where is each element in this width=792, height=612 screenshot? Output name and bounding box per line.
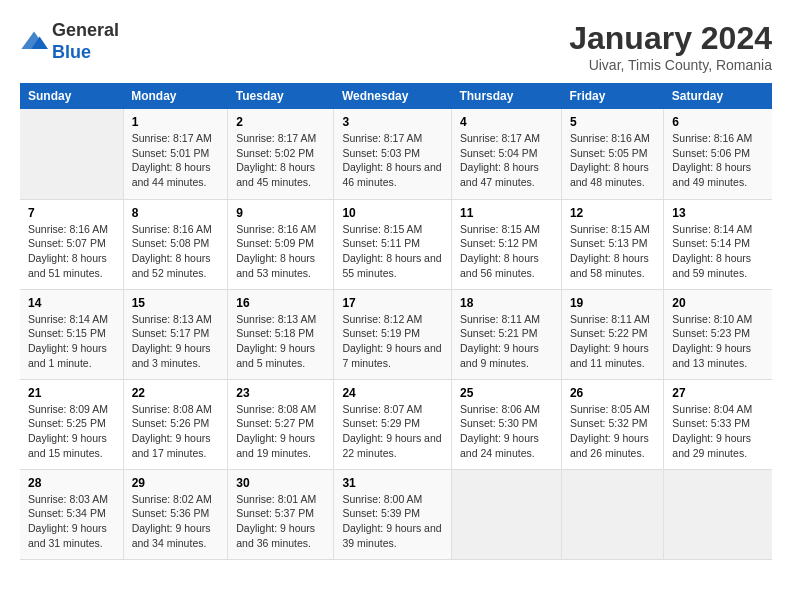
day-info: Sunrise: 8:13 AMSunset: 5:18 PMDaylight:… — [236, 312, 325, 371]
weekday-header: Wednesday — [334, 83, 452, 109]
day-number: 10 — [342, 206, 443, 220]
day-info: Sunrise: 8:00 AMSunset: 5:39 PMDaylight:… — [342, 492, 443, 551]
page-header: General Blue January 2024 Uivar, Timis C… — [20, 20, 772, 73]
day-info: Sunrise: 8:11 AMSunset: 5:22 PMDaylight:… — [570, 312, 655, 371]
calendar-cell: 3Sunrise: 8:17 AMSunset: 5:03 PMDaylight… — [334, 109, 452, 199]
page-subtitle: Uivar, Timis County, Romania — [569, 57, 772, 73]
calendar-cell: 12Sunrise: 8:15 AMSunset: 5:13 PMDayligh… — [561, 199, 663, 289]
logo-blue-text: Blue — [52, 42, 91, 62]
day-info: Sunrise: 8:16 AMSunset: 5:05 PMDaylight:… — [570, 131, 655, 190]
day-info: Sunrise: 8:17 AMSunset: 5:01 PMDaylight:… — [132, 131, 220, 190]
day-info: Sunrise: 8:05 AMSunset: 5:32 PMDaylight:… — [570, 402, 655, 461]
calendar-cell: 7Sunrise: 8:16 AMSunset: 5:07 PMDaylight… — [20, 199, 123, 289]
calendar-cell: 25Sunrise: 8:06 AMSunset: 5:30 PMDayligh… — [451, 379, 561, 469]
calendar-cell: 18Sunrise: 8:11 AMSunset: 5:21 PMDayligh… — [451, 289, 561, 379]
logo: General Blue — [20, 20, 119, 63]
weekday-header: Thursday — [451, 83, 561, 109]
day-info: Sunrise: 8:11 AMSunset: 5:21 PMDaylight:… — [460, 312, 553, 371]
day-number: 28 — [28, 476, 115, 490]
calendar-cell — [451, 469, 561, 559]
calendar-table: SundayMondayTuesdayWednesdayThursdayFrid… — [20, 83, 772, 560]
calendar-cell: 4Sunrise: 8:17 AMSunset: 5:04 PMDaylight… — [451, 109, 561, 199]
calendar-week-row: 7Sunrise: 8:16 AMSunset: 5:07 PMDaylight… — [20, 199, 772, 289]
calendar-cell: 23Sunrise: 8:08 AMSunset: 5:27 PMDayligh… — [228, 379, 334, 469]
calendar-cell: 27Sunrise: 8:04 AMSunset: 5:33 PMDayligh… — [664, 379, 772, 469]
calendar-cell: 30Sunrise: 8:01 AMSunset: 5:37 PMDayligh… — [228, 469, 334, 559]
day-number: 4 — [460, 115, 553, 129]
logo-general-text: General — [52, 20, 119, 40]
calendar-cell: 6Sunrise: 8:16 AMSunset: 5:06 PMDaylight… — [664, 109, 772, 199]
title-area: January 2024 Uivar, Timis County, Romani… — [569, 20, 772, 73]
day-number: 1 — [132, 115, 220, 129]
day-number: 27 — [672, 386, 764, 400]
day-number: 15 — [132, 296, 220, 310]
logo-icon — [20, 28, 48, 56]
day-number: 24 — [342, 386, 443, 400]
calendar-cell: 22Sunrise: 8:08 AMSunset: 5:26 PMDayligh… — [123, 379, 228, 469]
day-number: 11 — [460, 206, 553, 220]
day-info: Sunrise: 8:03 AMSunset: 5:34 PMDaylight:… — [28, 492, 115, 551]
calendar-cell: 15Sunrise: 8:13 AMSunset: 5:17 PMDayligh… — [123, 289, 228, 379]
day-number: 19 — [570, 296, 655, 310]
calendar-cell — [664, 469, 772, 559]
day-info: Sunrise: 8:17 AMSunset: 5:04 PMDaylight:… — [460, 131, 553, 190]
day-info: Sunrise: 8:07 AMSunset: 5:29 PMDaylight:… — [342, 402, 443, 461]
day-info: Sunrise: 8:15 AMSunset: 5:12 PMDaylight:… — [460, 222, 553, 281]
calendar-week-row: 14Sunrise: 8:14 AMSunset: 5:15 PMDayligh… — [20, 289, 772, 379]
day-info: Sunrise: 8:15 AMSunset: 5:13 PMDaylight:… — [570, 222, 655, 281]
day-number: 3 — [342, 115, 443, 129]
day-info: Sunrise: 8:16 AMSunset: 5:09 PMDaylight:… — [236, 222, 325, 281]
day-number: 26 — [570, 386, 655, 400]
day-number: 6 — [672, 115, 764, 129]
calendar-week-row: 28Sunrise: 8:03 AMSunset: 5:34 PMDayligh… — [20, 469, 772, 559]
day-number: 8 — [132, 206, 220, 220]
calendar-cell: 28Sunrise: 8:03 AMSunset: 5:34 PMDayligh… — [20, 469, 123, 559]
calendar-week-row: 21Sunrise: 8:09 AMSunset: 5:25 PMDayligh… — [20, 379, 772, 469]
day-info: Sunrise: 8:16 AMSunset: 5:08 PMDaylight:… — [132, 222, 220, 281]
calendar-cell: 16Sunrise: 8:13 AMSunset: 5:18 PMDayligh… — [228, 289, 334, 379]
calendar-cell: 26Sunrise: 8:05 AMSunset: 5:32 PMDayligh… — [561, 379, 663, 469]
day-number: 29 — [132, 476, 220, 490]
weekday-header: Tuesday — [228, 83, 334, 109]
day-number: 12 — [570, 206, 655, 220]
day-number: 30 — [236, 476, 325, 490]
day-number: 5 — [570, 115, 655, 129]
calendar-cell: 24Sunrise: 8:07 AMSunset: 5:29 PMDayligh… — [334, 379, 452, 469]
calendar-cell: 14Sunrise: 8:14 AMSunset: 5:15 PMDayligh… — [20, 289, 123, 379]
day-info: Sunrise: 8:01 AMSunset: 5:37 PMDaylight:… — [236, 492, 325, 551]
day-number: 17 — [342, 296, 443, 310]
weekday-header: Monday — [123, 83, 228, 109]
calendar-cell: 17Sunrise: 8:12 AMSunset: 5:19 PMDayligh… — [334, 289, 452, 379]
calendar-cell: 11Sunrise: 8:15 AMSunset: 5:12 PMDayligh… — [451, 199, 561, 289]
calendar-cell: 21Sunrise: 8:09 AMSunset: 5:25 PMDayligh… — [20, 379, 123, 469]
day-info: Sunrise: 8:13 AMSunset: 5:17 PMDaylight:… — [132, 312, 220, 371]
day-info: Sunrise: 8:04 AMSunset: 5:33 PMDaylight:… — [672, 402, 764, 461]
day-info: Sunrise: 8:15 AMSunset: 5:11 PMDaylight:… — [342, 222, 443, 281]
calendar-cell — [561, 469, 663, 559]
calendar-cell: 13Sunrise: 8:14 AMSunset: 5:14 PMDayligh… — [664, 199, 772, 289]
day-info: Sunrise: 8:06 AMSunset: 5:30 PMDaylight:… — [460, 402, 553, 461]
weekday-header: Saturday — [664, 83, 772, 109]
day-number: 18 — [460, 296, 553, 310]
day-number: 25 — [460, 386, 553, 400]
day-info: Sunrise: 8:02 AMSunset: 5:36 PMDaylight:… — [132, 492, 220, 551]
day-number: 2 — [236, 115, 325, 129]
day-number: 14 — [28, 296, 115, 310]
day-info: Sunrise: 8:08 AMSunset: 5:27 PMDaylight:… — [236, 402, 325, 461]
day-info: Sunrise: 8:16 AMSunset: 5:06 PMDaylight:… — [672, 131, 764, 190]
day-number: 13 — [672, 206, 764, 220]
day-info: Sunrise: 8:12 AMSunset: 5:19 PMDaylight:… — [342, 312, 443, 371]
calendar-cell: 10Sunrise: 8:15 AMSunset: 5:11 PMDayligh… — [334, 199, 452, 289]
calendar-cell: 9Sunrise: 8:16 AMSunset: 5:09 PMDaylight… — [228, 199, 334, 289]
day-number: 20 — [672, 296, 764, 310]
day-number: 9 — [236, 206, 325, 220]
calendar-header-row: SundayMondayTuesdayWednesdayThursdayFrid… — [20, 83, 772, 109]
day-number: 21 — [28, 386, 115, 400]
day-info: Sunrise: 8:08 AMSunset: 5:26 PMDaylight:… — [132, 402, 220, 461]
page-title: January 2024 — [569, 20, 772, 57]
day-number: 23 — [236, 386, 325, 400]
day-info: Sunrise: 8:14 AMSunset: 5:15 PMDaylight:… — [28, 312, 115, 371]
day-number: 16 — [236, 296, 325, 310]
day-info: Sunrise: 8:16 AMSunset: 5:07 PMDaylight:… — [28, 222, 115, 281]
calendar-cell: 20Sunrise: 8:10 AMSunset: 5:23 PMDayligh… — [664, 289, 772, 379]
